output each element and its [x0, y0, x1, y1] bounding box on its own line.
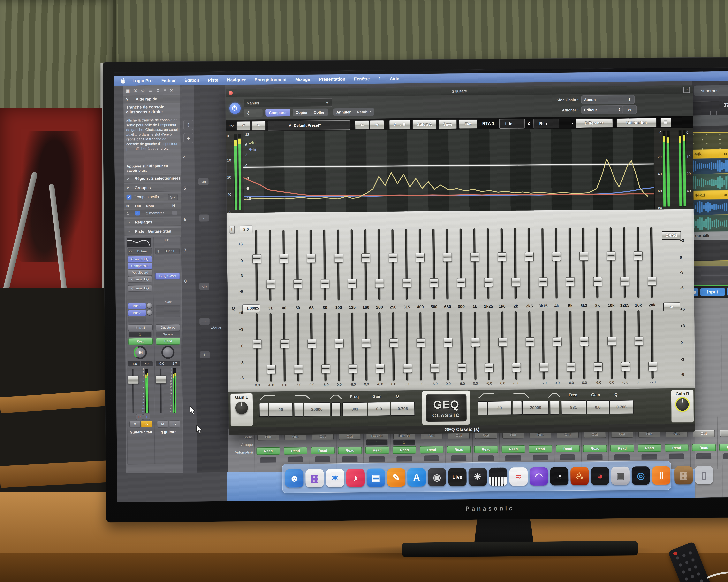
mixer-tab-input[interactable]: Input	[700, 288, 725, 296]
add-track-icon[interactable]: ＋	[183, 133, 193, 143]
paste-button[interactable]: Coller	[310, 109, 328, 116]
link-icon[interactable]: ∞	[622, 105, 637, 114]
groups-header[interactable]: ∨Groupes	[124, 184, 183, 192]
bell-q-field[interactable]: 0.706	[391, 402, 415, 416]
eq-slider-handle[interactable]	[634, 251, 643, 260]
dock-icon-keynote[interactable]: ▤	[367, 469, 385, 487]
range-field[interactable]: ⇕8.0	[229, 225, 247, 233]
mixer-read-button[interactable]: Read	[311, 447, 334, 454]
bell-gain-field[interactable]: 0.0	[586, 400, 609, 414]
hpf-enable-button[interactable]	[478, 401, 487, 415]
display-icon[interactable]: ▣	[126, 88, 130, 93]
send-slot-empty[interactable]	[156, 311, 180, 317]
eq-slider-handle[interactable]	[308, 339, 316, 348]
toolbar-preset-field[interactable]: A: Default Preset*▼	[268, 120, 350, 130]
send-slot-empty[interactable]	[156, 305, 180, 311]
lpf-freq-field[interactable]: 20000	[522, 401, 549, 415]
eq-slider-handle[interactable]	[253, 339, 262, 349]
eq-slider-handle[interactable]	[361, 253, 370, 262]
waveform-row-blue[interactable]	[693, 198, 728, 215]
insert-slot-geq-classic[interactable]: GEQ Classi	[155, 273, 180, 279]
eq-slider-handle[interactable]	[553, 337, 562, 346]
eq-slider-handle[interactable]	[566, 277, 575, 286]
track-number-5[interactable]: 5	[183, 185, 192, 192]
toolbar-next-icon[interactable]: ➡	[370, 120, 384, 130]
record-button[interactable]: R	[136, 414, 143, 420]
dock-icon-audio-utility[interactable]: ✳	[469, 468, 487, 486]
fader-handle[interactable]	[128, 376, 139, 384]
pan-knob[interactable]: -64	[134, 346, 147, 359]
bar-ruler[interactable]: 373941	[692, 100, 728, 115]
track-inspector-row[interactable]: ＞Piste : Guitare Stan	[125, 227, 183, 235]
toolbar-calibration-button[interactable]: Calibration	[617, 118, 657, 128]
strip-output-slot[interactable]: Bus 11	[128, 324, 153, 331]
eq-slider-handle[interactable]	[417, 338, 425, 347]
track-icon-button[interactable]: ◁))	[198, 178, 208, 185]
menu-item-1[interactable]: 1	[374, 74, 385, 84]
strip-input-slot[interactable]: ◎Entrée	[128, 248, 152, 255]
toolbar-menu-icon[interactable]: ☰	[660, 118, 671, 128]
track-icon-button[interactable]: ＞	[199, 215, 209, 222]
checkbox-checked-icon[interactable]: ✓	[127, 195, 131, 199]
insert-slot-channel-eq[interactable]: Channel EQ	[128, 256, 152, 262]
track-number-6[interactable]: 6	[184, 216, 192, 223]
groups-row[interactable]: 1✓2 membres	[124, 209, 181, 217]
copy-button[interactable]: Copier	[293, 109, 311, 116]
pan-knob[interactable]	[161, 346, 175, 359]
eq-slider-handle[interactable]	[335, 339, 343, 348]
dock-icon-safari[interactable]: ✶	[326, 469, 344, 487]
waveform-row-teal[interactable]	[693, 214, 728, 232]
volume-value[interactable]: -1,0	[128, 361, 140, 366]
eq-slider-handle[interactable]	[402, 278, 411, 287]
preset-mode-select[interactable]: Manuel∨	[243, 98, 332, 107]
menu-item-enregistrement[interactable]: Enregistrement	[250, 75, 291, 85]
eq-slider-handle[interactable]	[485, 363, 494, 372]
lpf-enable-button[interactable]	[513, 401, 522, 415]
eq-slider-handle[interactable]	[430, 278, 438, 287]
toolbar-difference-button[interactable]: Difference	[576, 118, 613, 128]
eq-slider-handle[interactable]	[567, 363, 575, 371]
strip-input-slot[interactable]: ◎Bus 11	[155, 248, 180, 254]
eq-slider-handle[interactable]	[348, 364, 357, 373]
input-monitor-button[interactable]: I	[143, 414, 150, 420]
mixer-read-button[interactable]: Read	[583, 445, 607, 452]
dock-icon-rme-fireface[interactable]: ♨	[570, 467, 589, 486]
eq-slider-handle[interactable]	[498, 337, 507, 347]
menu-item-aide[interactable]: Aide	[385, 74, 404, 84]
eq-slider-handle[interactable]	[498, 252, 506, 261]
analyzer-display[interactable]: 18630-3-6-18L-InR-In	[243, 128, 654, 213]
eq-slider-handle[interactable]	[579, 252, 588, 261]
mute-button[interactable]: M	[129, 421, 140, 428]
mixer-read-button[interactable]: Read	[529, 445, 552, 453]
compare-button[interactable]: Comparer	[265, 109, 290, 116]
gain-knob-left[interactable]	[235, 401, 248, 414]
eq-slider-handle[interactable]	[444, 338, 452, 347]
track-view-pill[interactable]: …superpos.⇕	[694, 85, 728, 96]
region-midi-drums[interactable]	[692, 131, 728, 150]
eq-slider-handle[interactable]	[457, 278, 466, 287]
mixer-read-button[interactable]: Read	[719, 444, 728, 451]
settings-row[interactable]: ＞Réglages	[124, 218, 183, 226]
track-number-4[interactable]: 4	[183, 154, 192, 161]
dock-icon-app-store[interactable]: A	[407, 468, 426, 487]
automation-read-button[interactable]: Read	[156, 338, 180, 345]
prev-preset-button[interactable]: ❮	[243, 109, 253, 117]
mixer-read-button[interactable]: Read	[284, 447, 307, 454]
track-number-7[interactable]: 7	[184, 247, 193, 254]
mixer-output-button[interactable]: Out	[693, 430, 715, 437]
waveform-row-teal[interactable]	[693, 172, 728, 191]
drag-button[interactable]: DRAG	[662, 231, 681, 240]
mixer-read-button[interactable]: Read	[420, 446, 443, 453]
automation-read-button[interactable]: Read	[128, 338, 153, 345]
group-checkbox-icon[interactable]: ✓	[135, 211, 140, 216]
close-icon[interactable]: ✕	[170, 88, 173, 93]
menu-item--dition[interactable]: Édition	[180, 75, 204, 85]
fader-handle[interactable]	[156, 376, 166, 384]
eq-slider-handle[interactable]	[280, 254, 288, 263]
eq-slider-handle[interactable]	[362, 339, 371, 348]
region-icon[interactable]: ▭	[149, 88, 152, 93]
dock-icon-wave-editor[interactable]: ≈	[509, 467, 528, 486]
bell-enable-button[interactable]	[550, 400, 560, 415]
eq-slider-handle[interactable]	[512, 278, 520, 287]
eq-slider-handle[interactable]	[389, 338, 398, 348]
